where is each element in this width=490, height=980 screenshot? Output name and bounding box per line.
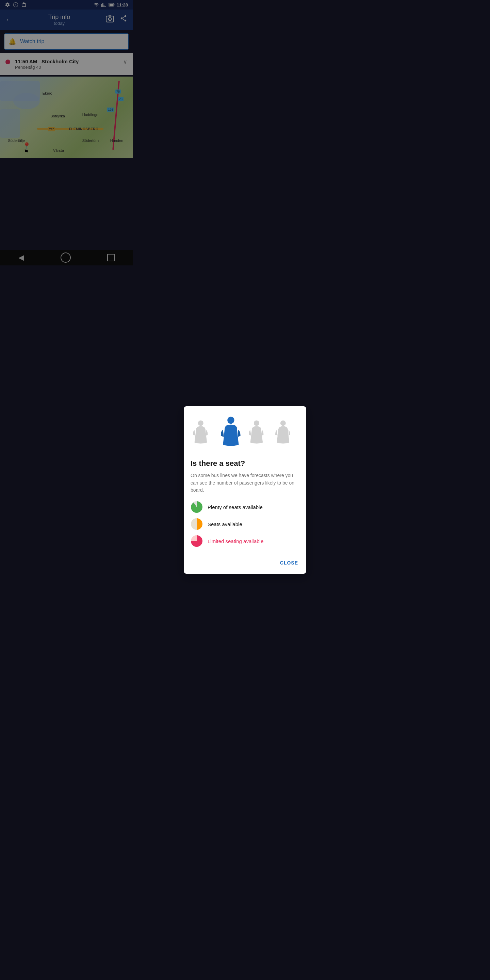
page-wrapper: 11:28 ← Trip info today: [0, 0, 133, 266]
modal-overlay[interactable]: Is there a seat? On some bus lines we ha…: [0, 0, 133, 266]
